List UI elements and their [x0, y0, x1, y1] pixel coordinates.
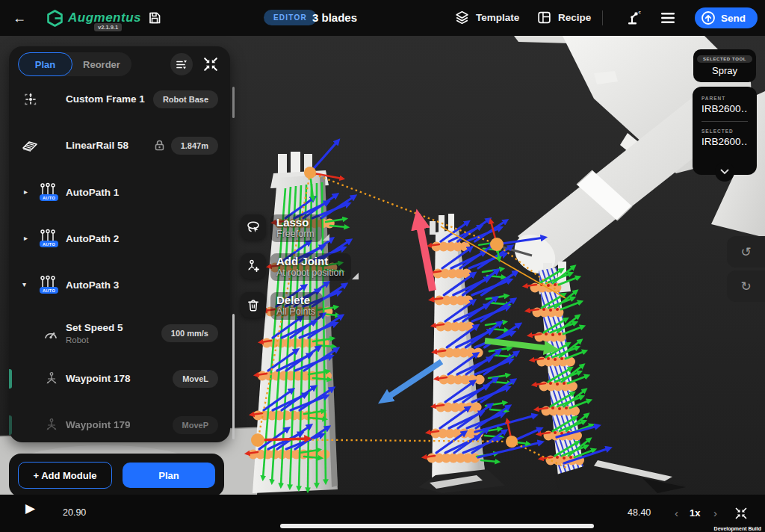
waypoint-node	[490, 238, 504, 251]
context-item-title: Add Joint	[276, 255, 344, 267]
expand-caret-icon[interactable]: ▸	[24, 234, 33, 242]
lasso-button[interactable]	[241, 214, 266, 240]
selected-label: SELECTED	[701, 129, 748, 134]
context-menu-item-lasso[interactable]: Lasso Freeform	[241, 214, 322, 242]
end-time: 48.40	[628, 507, 651, 518]
move-type-badge: MoveP	[173, 416, 218, 434]
submenu-corner-icon	[323, 234, 329, 241]
separator-dot: ·	[134, 10, 137, 23]
speed-up-button[interactable]: ›	[713, 507, 717, 519]
filter-sort-icon	[175, 58, 188, 71]
speed-down-button[interactable]: ‹	[675, 507, 678, 519]
recipe-label: Recipe	[558, 12, 591, 23]
list-item-set-speed[interactable]: Set Speed 5 Robot 100 mm/s	[9, 318, 230, 351]
hamburger-icon	[659, 10, 677, 26]
robot-program-icon: c	[623, 8, 642, 28]
divider	[701, 121, 748, 122]
frame-icon	[22, 91, 39, 108]
context-item-subtitle: At robot position	[276, 267, 344, 278]
lock-icon	[153, 139, 166, 152]
context-item-title: Lasso	[276, 216, 315, 229]
brand-logomark-icon	[46, 10, 64, 27]
waypoint-icon	[43, 417, 60, 433]
horizontal-scrollbar[interactable]	[280, 524, 594, 528]
send-button[interactable]: Send	[695, 7, 758, 28]
add-joint-button[interactable]	[241, 253, 266, 279]
frame-badge: Robot Base	[153, 90, 218, 108]
sidebar-scrollbar-top[interactable]	[232, 87, 235, 118]
svg-text:c: c	[639, 10, 642, 14]
build-label: Development Build	[714, 526, 761, 531]
collapse-playbar-button[interactable]	[734, 506, 749, 524]
version-badge: v2.1.9.1	[94, 23, 122, 31]
expand-caret-icon[interactable]: ▸	[24, 188, 33, 196]
list-item-waypoint-178[interactable]: Waypoint 178 MoveL	[9, 368, 230, 390]
list-item-custom-frame[interactable]: Custom Frame 1 Robot Base	[9, 88, 230, 111]
playback-speed[interactable]: 1x	[690, 507, 700, 519]
robot-program-button[interactable]: c	[623, 8, 642, 28]
speed-badge: 100 mm/s	[161, 324, 218, 342]
mode-badge: EDITOR	[264, 10, 317, 25]
template-label: Template	[476, 12, 519, 23]
collapse-panel-button[interactable]	[202, 55, 220, 73]
list-item-autopath-3[interactable]: ▾ AUTO AutoPath 3	[9, 273, 230, 299]
selection-card-expand-button[interactable]	[715, 162, 734, 182]
waypoint-node	[304, 167, 316, 179]
speed-icon	[43, 327, 59, 343]
redo-icon: ↻	[740, 279, 751, 294]
play-icon: ▶	[25, 501, 35, 516]
linear-rail-icon	[21, 137, 39, 154]
project-title: 3 blades	[312, 11, 357, 24]
play-button[interactable]: ▶	[25, 501, 35, 516]
tab-reorder[interactable]: Reorder	[72, 53, 131, 75]
panel-tabs: Plan Reorder	[18, 52, 131, 76]
trash-icon	[246, 297, 261, 312]
recipe-icon	[536, 10, 552, 25]
context-menu-item-add-joint[interactable]: Add Joint At robot position	[241, 253, 351, 281]
selected-tool-label: SELECTED TOOL	[697, 55, 752, 63]
delete-button[interactable]	[241, 292, 266, 318]
selected-tool-value: Spray	[712, 65, 737, 76]
submenu-corner-icon	[352, 273, 359, 279]
chevron-left-icon: ‹	[675, 507, 678, 519]
parent-value: IRB2600…	[701, 103, 748, 114]
list-item-waypoint-179[interactable]: Waypoint 179 MoveP	[9, 414, 230, 436]
back-icon: ←	[13, 10, 26, 26]
undo-button[interactable]: ↺	[727, 236, 765, 267]
list-item-linear-rail[interactable]: LinearRail 58 1.847m	[9, 134, 230, 157]
list-item-autopath-1[interactable]: ▸ AUTO AutoPath 1	[9, 181, 230, 206]
redo-button[interactable]: ↻	[727, 270, 765, 302]
plan-button[interactable]: Plan	[123, 463, 215, 488]
add-joint-icon	[246, 259, 261, 273]
context-item-subtitle: All Points	[276, 306, 315, 317]
sidebar-scrollbar[interactable]	[232, 314, 235, 439]
add-module-button[interactable]: + Add Module	[18, 462, 112, 489]
waypoint-icon	[43, 371, 60, 387]
save-button[interactable]	[146, 10, 163, 26]
filter-sort-button[interactable]	[170, 53, 193, 75]
top-bar: ← Augmentus v2.1.9.1 · EDITOR 3 blades T…	[0, 0, 765, 36]
parent-label: PARENT	[701, 96, 748, 101]
send-icon	[701, 10, 716, 25]
collapse-caret-icon[interactable]: ▾	[22, 280, 31, 288]
save-icon	[146, 10, 163, 26]
move-type-badge: MoveL	[173, 370, 218, 388]
waypoint-node	[251, 433, 264, 447]
selected-tool-card[interactable]: SELECTED TOOL Spray	[693, 49, 756, 82]
chevron-down-icon	[720, 169, 729, 175]
rail-length-badge: 1.847m	[171, 137, 218, 155]
context-menu-item-delete[interactable]: Delete All Points	[241, 292, 323, 320]
toolbar-divider	[602, 10, 603, 25]
selected-value: IRB2600…	[701, 136, 748, 147]
menu-button[interactable]	[659, 10, 677, 26]
context-item-title: Delete	[276, 294, 315, 306]
auto-badge: AUTO	[40, 241, 58, 247]
list-item-autopath-2[interactable]: ▸ AUTO AutoPath 2	[9, 227, 230, 253]
active-indicator	[9, 369, 12, 389]
tab-plan[interactable]: Plan	[18, 52, 72, 76]
back-button[interactable]: ←	[10, 9, 28, 27]
auto-badge: AUTO	[40, 194, 58, 201]
template-button[interactable]: Template	[454, 10, 519, 25]
recipe-button[interactable]: Recipe	[536, 10, 591, 25]
augmentus-editor-window: { "topbar": { "brand": "Augmentus", "ver…	[0, 0, 765, 532]
